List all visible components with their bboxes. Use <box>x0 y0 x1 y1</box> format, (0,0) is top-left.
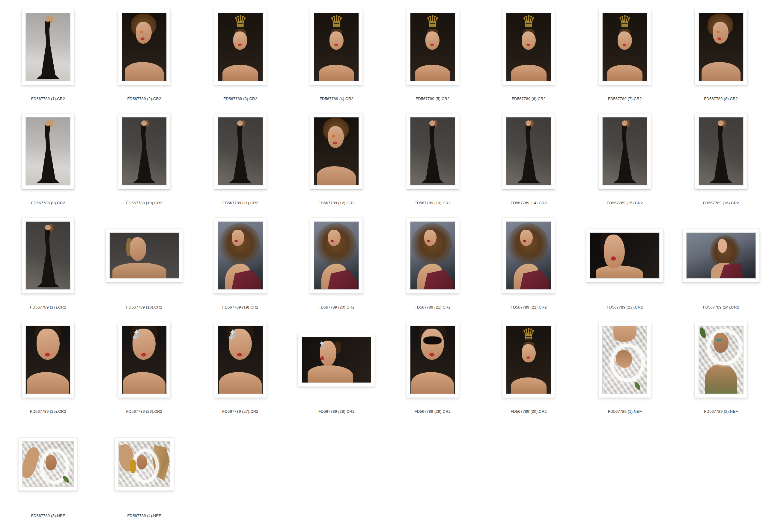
photo-thumbnail <box>122 13 166 81</box>
file-card[interactable]: FD567789 (9).CR2 <box>0 108 96 213</box>
photo-thumbnail <box>314 117 359 185</box>
makeup-accent <box>613 181 637 184</box>
dress-shape <box>225 125 256 183</box>
file-name-label: FD567789 (29).CR2 <box>415 409 451 414</box>
file-card[interactable]: ♛ FD567789 (5).CR2 <box>385 4 481 108</box>
photo-frame <box>118 113 170 189</box>
file-name-label: FD567789 (13).CR2 <box>415 201 451 205</box>
photo-frame <box>406 217 459 294</box>
shoulders-shape <box>27 372 69 394</box>
thumbnail-area: ♛ <box>214 4 267 90</box>
shoulders-shape <box>596 265 643 278</box>
dress-shape <box>513 125 544 183</box>
file-card[interactable]: FD567789 (22).CR2 <box>481 213 577 317</box>
photo-frame: ♛ <box>502 9 555 85</box>
file-card[interactable]: FD567789 (1).NEF <box>577 317 673 421</box>
photo-thumbnail <box>218 117 263 185</box>
file-card[interactable]: ♛ FD567789 (30).CR2 <box>481 317 577 421</box>
face-shape <box>130 237 146 261</box>
file-name-label: FD567789 (2).CR2 <box>127 96 161 101</box>
thumbnail-area <box>22 4 74 90</box>
file-name-label: FD567789 (15).CR2 <box>607 201 643 205</box>
photo-frame <box>105 229 183 282</box>
file-name-label: FD567789 (3).NEF <box>31 513 65 518</box>
thumbnail-area <box>695 4 747 90</box>
file-card[interactable]: FD567789 (3).NEF <box>0 421 96 525</box>
makeup-accent <box>130 460 136 473</box>
thumbnail-area <box>406 213 459 298</box>
file-card[interactable]: FD567789 (10).CR2 <box>96 108 193 213</box>
file-card[interactable]: ✦ FD567789 (27).CR2 <box>192 317 288 421</box>
file-card[interactable]: FD567789 (14).CR2 <box>481 108 577 213</box>
photo-frame <box>214 217 267 294</box>
file-card[interactable]: FD567789 (8).CR2 <box>673 4 769 108</box>
photo-thumbnail: ✦ <box>218 326 263 394</box>
thumbnail-area: ♛ <box>310 4 363 90</box>
photo-frame <box>502 113 555 189</box>
detail-accent <box>334 44 338 46</box>
file-card[interactable]: FD567789 (18).CR2 <box>96 213 193 317</box>
file-card[interactable]: FD567789 (20).CR2 <box>288 213 385 317</box>
photo-frame <box>695 322 747 398</box>
face-shape <box>713 22 729 43</box>
file-card[interactable]: FD567789 (15).CR2 <box>577 108 673 213</box>
shoulders-shape <box>702 62 741 81</box>
file-card[interactable]: ♛ FD567789 (3).CR2 <box>192 4 288 108</box>
file-card[interactable]: FD567789 (24).CR2 <box>673 213 769 317</box>
photo-frame <box>310 113 363 189</box>
file-card[interactable]: FD567789 (19).CR2 <box>192 213 288 317</box>
face-shape <box>522 344 536 362</box>
file-name-label: FD567789 (27).CR2 <box>222 409 258 414</box>
photo-frame: ✦ <box>118 322 170 398</box>
file-card[interactable]: FD567789 (11).CR2 <box>192 108 288 213</box>
photo-frame: ✦ <box>298 333 375 387</box>
file-card[interactable]: FD567789 (25).CR2 <box>0 317 96 421</box>
file-card[interactable]: FD567789 (2).CR2 <box>96 4 193 108</box>
detail-accent <box>331 240 334 242</box>
file-card[interactable]: FD567789 (21).CR2 <box>385 213 481 317</box>
file-name-label: FD567789 (10).CR2 <box>126 201 162 205</box>
photo-frame <box>406 113 459 189</box>
thumbnail-area <box>310 108 363 194</box>
photo-frame <box>695 113 747 189</box>
makeup-accent <box>36 285 61 288</box>
detail-accent <box>611 256 616 261</box>
file-card[interactable]: ♛ FD567789 (4).CR2 <box>288 4 385 108</box>
file-card[interactable]: ♛ FD567789 (7).CR2 <box>577 4 673 108</box>
file-card[interactable]: FD567789 (2).NEF <box>673 317 769 421</box>
face-shape <box>618 31 632 50</box>
thumbnail-area <box>214 213 267 298</box>
thumbnail-area <box>18 421 78 507</box>
file-name-label: FD567789 (4).NEF <box>127 513 161 518</box>
shoulders-shape <box>308 365 353 383</box>
thumbnail-area <box>406 108 459 194</box>
thumbnail-area <box>22 213 74 298</box>
file-card[interactable]: FD567789 (23).CR2 <box>577 213 673 317</box>
face-shape <box>328 126 344 148</box>
shoulders-shape <box>125 62 164 81</box>
photo-thumbnail <box>410 117 455 185</box>
shoulders-shape <box>319 65 354 81</box>
file-card[interactable]: FD567789 (12).CR2 <box>288 108 385 213</box>
photo-frame <box>682 229 760 282</box>
shoulders-shape <box>219 372 262 394</box>
photo-frame <box>502 217 555 294</box>
file-card[interactable]: FD567789 (17).CR2 <box>0 213 96 317</box>
photo-frame <box>114 437 174 491</box>
file-card[interactable]: ✦ FD567789 (26).CR2 <box>96 317 193 421</box>
makeup-accent <box>140 31 143 33</box>
makeup-accent <box>516 181 541 184</box>
file-card[interactable]: ✦ FD567789 (28).CR2 <box>288 317 385 421</box>
file-name-label: FD567789 (30).CR2 <box>510 409 546 414</box>
file-card[interactable]: FD567789 (1).CR2 <box>0 4 96 108</box>
file-card[interactable]: FD567789 (4).NEF <box>96 421 193 525</box>
makeup-accent <box>228 181 253 184</box>
file-card[interactable]: ♛ FD567789 (6).CR2 <box>481 4 577 108</box>
shoulders-shape <box>607 65 643 81</box>
file-card[interactable]: FD567789 (29).CR2 <box>385 317 481 421</box>
sparkle-icon: ✦ <box>318 339 325 347</box>
file-card[interactable]: FD567789 (13).CR2 <box>385 108 481 213</box>
photo-thumbnail <box>410 222 455 289</box>
file-card[interactable]: FD567789 (16).CR2 <box>673 108 769 213</box>
thumbnail-area <box>599 317 651 403</box>
